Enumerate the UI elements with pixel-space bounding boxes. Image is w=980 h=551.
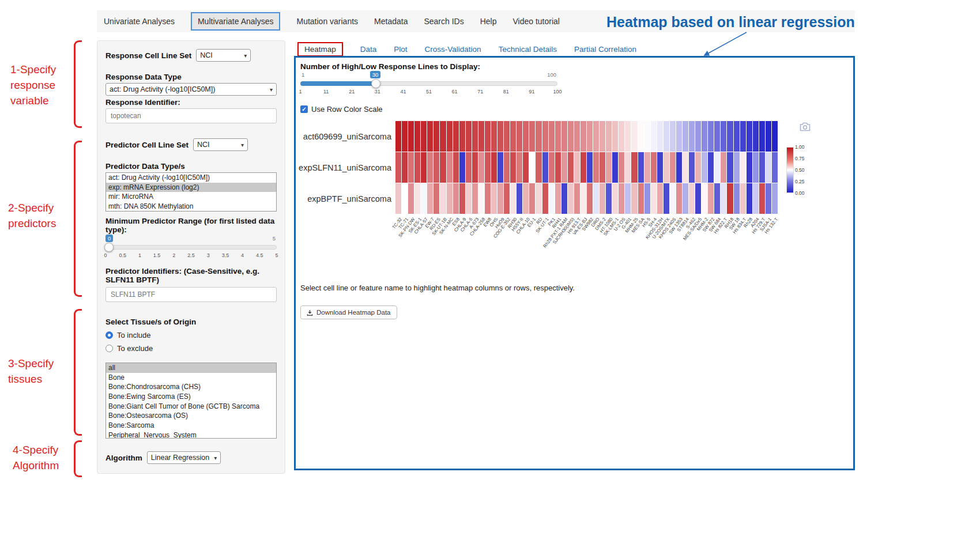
heatmap-row-label[interactable]: expSLFN11_uniSarcoma: [299, 163, 391, 172]
heatmap-col-labels: TC-32TC-71SK-PN-DWSK-ES-1CHLA-57EW-7RD-E…: [395, 216, 778, 263]
heatmap-cell: [759, 152, 765, 183]
heatmap-cell: [670, 152, 676, 183]
heatmap-cell: [472, 183, 478, 214]
heatmap-cell: [402, 152, 408, 183]
heatmap-cell: [453, 152, 459, 183]
heatmap-cell: [631, 183, 637, 214]
radio-selected-icon: [105, 331, 113, 339]
lines-slider-min-label: 1: [301, 71, 304, 78]
heatmap-cell: [587, 183, 593, 214]
heatmap-cell: [759, 183, 765, 214]
heatmap-grid[interactable]: [395, 121, 778, 214]
heatmap-cell: [651, 121, 657, 152]
tissue-option[interactable]: all: [106, 363, 276, 373]
predictor-data-type-option[interactable]: mir: MicroRNA: [106, 192, 276, 202]
heatmap-cell: [402, 183, 408, 214]
heatmap-cell: [549, 121, 555, 152]
response-identifier-input[interactable]: [105, 108, 277, 123]
heatmap-cell: [734, 152, 740, 183]
nav-item-multivariate-analyses[interactable]: Multivariate Analyses: [191, 12, 281, 31]
tissues-listbox[interactable]: allBoneBone:Chondrosarcoma (CHS)Bone:Ewi…: [105, 363, 277, 439]
annotation-step4: 4-Specify Algorithm: [13, 443, 70, 474]
response-data-type-select[interactable]: act: Drug Activity (-log10[IC50M]) ▾: [105, 83, 277, 96]
nav-item-video-tutorial[interactable]: Video tutorial: [513, 17, 560, 26]
tissue-include-radio[interactable]: To include: [105, 331, 277, 339]
heatmap-cell: [727, 183, 733, 214]
slider-tick-label: 1: [138, 252, 141, 258]
camera-icon[interactable]: [800, 122, 811, 131]
tissue-option[interactable]: Bone:Ewing Sarcoma (ES): [106, 392, 276, 402]
heatmap-cell: [644, 121, 650, 152]
heatmap-cell: [574, 121, 580, 152]
heatmap-cell: [606, 183, 612, 214]
heatmap-cell: [721, 183, 726, 214]
chevron-down-icon: ▾: [270, 86, 273, 93]
checkbox-checked-icon[interactable]: ✓: [300, 105, 308, 113]
tissue-option[interactable]: Peripheral_Nervous_System: [106, 431, 276, 439]
heatmap-cell: [434, 183, 439, 214]
heatmap-cell: [504, 183, 510, 214]
tab-data[interactable]: Data: [360, 45, 377, 54]
heatmap-cell: [740, 183, 746, 214]
heatmap-cell: [517, 152, 522, 183]
heatmap-cell: [581, 121, 586, 152]
tab-partial-correlation[interactable]: Partial Correlation: [574, 45, 636, 54]
row-color-scale-checkbox-row[interactable]: ✓ Use Row Color Scale: [300, 105, 383, 114]
predictor-cell-line-set-select[interactable]: NCI ▾: [193, 138, 248, 151]
tissue-option[interactable]: Bone:Osteosarcoma (OS): [106, 411, 276, 421]
heatmap-cell: [721, 152, 726, 183]
tissue-option[interactable]: Bone:Sarcoma: [106, 421, 276, 431]
heatmap-cell: [434, 121, 439, 152]
heatmap-cell: [459, 121, 465, 152]
tab-heatmap[interactable]: Heatmap: [297, 42, 343, 56]
tab-plot[interactable]: Plot: [394, 45, 407, 54]
nav-item-mutation-variants[interactable]: Mutation variants: [296, 17, 358, 26]
slider-tick-label: 11: [323, 89, 329, 95]
predictor-identifiers-input[interactable]: [105, 287, 277, 302]
slider-tick-label: 0: [104, 252, 107, 258]
algorithm-select[interactable]: Linear Regression ▾: [147, 451, 221, 464]
annotation-bracket-2: [74, 141, 82, 297]
heatmap-cell: [581, 152, 586, 183]
heatmap-row-label[interactable]: act609699_uniSarcoma: [303, 132, 391, 141]
heatmap-cell: [549, 152, 555, 183]
nav-item-help[interactable]: Help: [480, 17, 497, 26]
heatmap-cell: [600, 152, 605, 183]
tissue-option[interactable]: Bone:Chondrosarcoma (CHS): [106, 382, 276, 392]
lines-slider[interactable]: 1 100 30 1112131415161718191100: [300, 71, 557, 103]
heatmap-cell: [714, 121, 720, 152]
tissue-exclude-radio[interactable]: To exclude: [105, 344, 277, 353]
response-cell-line-set-select[interactable]: NCI ▾: [196, 49, 251, 62]
tissue-option[interactable]: Bone: [106, 373, 276, 383]
heatmap-cell: [421, 152, 427, 183]
heatmap-cell: [497, 152, 503, 183]
min-predictor-range-slider[interactable]: 0 5 00.511.522.533.544.55: [105, 235, 277, 262]
tab-technical-details[interactable]: Technical Details: [499, 45, 557, 54]
predictor-data-type-option[interactable]: act: Drug Activity (-log10[IC50M]): [106, 173, 276, 183]
heatmap-cell: [568, 152, 574, 183]
slider-tick-label: 3: [207, 252, 210, 258]
predictor-data-type-option[interactable]: mth: DNA 850K Methylation: [106, 202, 276, 212]
download-heatmap-data-button[interactable]: Download Heatmap Data: [300, 305, 397, 319]
predictor-data-types-listbox[interactable]: act: Drug Activity (-log10[IC50M])exp: m…: [105, 172, 277, 212]
nav-item-univariate-analyses[interactable]: Univariate Analyses: [104, 17, 175, 26]
heatmap-cell: [727, 121, 733, 152]
heatmap-row-label[interactable]: expBPTF_uniSarcoma: [307, 194, 391, 203]
app-root: Univariate AnalysesMultivariate Analyses…: [0, 0, 980, 551]
heatmap-cell: [683, 183, 688, 214]
heatmap-cell: [753, 152, 759, 183]
tab-cross-validation[interactable]: Cross-Validation: [425, 45, 481, 54]
slider-track[interactable]: [105, 245, 277, 250]
slider-tick-label: 1.5: [153, 252, 161, 258]
slider-handle[interactable]: [371, 79, 380, 88]
heatmap-cell: [561, 121, 567, 152]
predictor-data-type-option[interactable]: exp: mRNA Expression (log2): [106, 183, 276, 193]
heatmap-cell: [593, 183, 599, 214]
nav-item-search-ids[interactable]: Search IDs: [424, 17, 463, 26]
slider-handle[interactable]: [104, 243, 114, 252]
nav-item-metadata[interactable]: Metadata: [374, 17, 408, 26]
response-data-type-value: act: Drug Activity (-log10[IC50M]): [110, 85, 215, 93]
slider-tick-label: 0.5: [119, 252, 126, 258]
slider-tick-label: 51: [426, 89, 432, 95]
tissue-option[interactable]: Bone:Giant Cell Tumor of Bone (GCTB) Sar…: [106, 402, 276, 412]
